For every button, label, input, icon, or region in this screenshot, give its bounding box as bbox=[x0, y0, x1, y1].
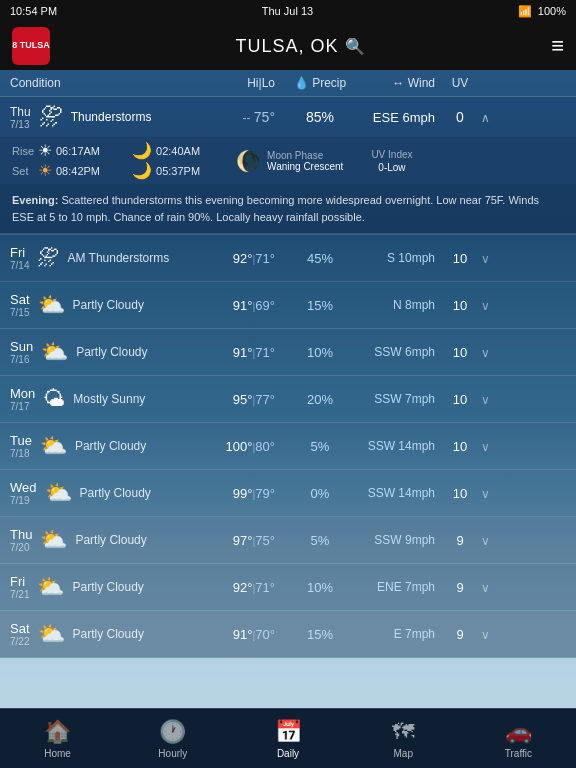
fc-wind: ENE 7mph bbox=[355, 580, 445, 594]
sunset-icon: ☀ bbox=[38, 161, 52, 180]
fc-uv: 10 bbox=[445, 251, 475, 266]
fc-weather-icon: ⛅ bbox=[41, 339, 68, 365]
col-hilo-header: Hi|Lo bbox=[190, 76, 285, 90]
fc-uv: 10 bbox=[445, 345, 475, 360]
fc-expand-button[interactable]: ∨ bbox=[475, 391, 495, 407]
fc-day-name: Wed bbox=[10, 480, 37, 495]
moon-phase-title: Moon Phase bbox=[267, 150, 343, 161]
today-row[interactable]: Thu 7/13 ⛈ Thunderstorms -- 75° 85% ESE … bbox=[0, 97, 576, 235]
tab-daily[interactable]: 📅 Daily bbox=[230, 719, 345, 759]
fc-day-date: 7/14 bbox=[10, 260, 29, 271]
fc-expand-button[interactable]: ∨ bbox=[475, 250, 495, 266]
fc-precip: 15% bbox=[285, 627, 355, 642]
fc-hilo: 99°|79° bbox=[190, 486, 285, 501]
fc-expand-button[interactable]: ∨ bbox=[475, 344, 495, 360]
fc-day-name: Thu bbox=[10, 527, 32, 542]
forecast-row[interactable]: Fri 7/21 ⛅ Partly Cloudy 92°|71° 10% ENE… bbox=[0, 564, 576, 611]
forecast-row[interactable]: Wed 7/19 ⛅ Partly Cloudy 99°|79° 0% SSW … bbox=[0, 470, 576, 517]
fc-wind: N 8mph bbox=[355, 298, 445, 312]
header-title: TULSA, OK 🔍 bbox=[236, 36, 366, 57]
fc-expand-button[interactable]: ∨ bbox=[475, 532, 495, 548]
moon-phase-icon: 🌘 bbox=[236, 149, 261, 173]
tab-map[interactable]: 🗺 Map bbox=[346, 719, 461, 759]
fc-day-info: Thu 7/20 ⛅ Partly Cloudy bbox=[10, 527, 190, 553]
fc-lo: 79° bbox=[255, 486, 275, 501]
header: 8 TULSA TULSA, OK 🔍 ≡ bbox=[0, 22, 576, 70]
moonset-time: 05:37PM bbox=[156, 165, 200, 177]
home-icon: 🏠 bbox=[44, 719, 71, 745]
fc-condition-text: Partly Cloudy bbox=[73, 627, 144, 641]
today-expand-button[interactable]: ∧ bbox=[475, 108, 495, 126]
fc-wind: SSW 6mph bbox=[355, 345, 445, 359]
today-wind: ESE 6mph bbox=[355, 110, 445, 125]
forecast-row[interactable]: Mon 7/17 🌤 Mostly Sunny 95°|77° 20% SSW … bbox=[0, 376, 576, 423]
fc-condition-text: Mostly Sunny bbox=[73, 392, 145, 406]
sun-moon-row: Rise ☀ 06:17AM Set ☀ 08:42PM 🌙 02:40AM 🌙 bbox=[0, 137, 576, 184]
today-condition-text: Thunderstorms bbox=[71, 110, 152, 124]
menu-button[interactable]: ≡ bbox=[551, 33, 564, 59]
col-wind-header: ↔ Wind bbox=[355, 76, 445, 90]
status-day: Thu Jul 13 bbox=[262, 5, 313, 17]
forecast-row[interactable]: Thu 7/20 ⛅ Partly Cloudy 97°|75° 5% SSW … bbox=[0, 517, 576, 564]
map-icon: 🗺 bbox=[392, 719, 414, 745]
fc-day-date: 7/21 bbox=[10, 589, 29, 600]
fc-expand-button[interactable]: ∨ bbox=[475, 297, 495, 313]
fc-expand-button[interactable]: ∨ bbox=[475, 626, 495, 642]
tab-hourly[interactable]: 🕐 Hourly bbox=[115, 719, 230, 759]
forecast-row[interactable]: Tue 7/18 ⛅ Partly Cloudy 100°|80° 5% SSW… bbox=[0, 423, 576, 470]
search-icon[interactable]: 🔍 bbox=[345, 37, 366, 56]
sunrise-time: 06:17AM bbox=[56, 145, 100, 157]
col-uv-header: UV bbox=[445, 76, 475, 90]
fc-day-name: Fri bbox=[10, 574, 29, 589]
fc-uv: 10 bbox=[445, 298, 475, 313]
forecast-row[interactable]: Sat 7/15 ⛅ Partly Cloudy 91°|69° 15% N 8… bbox=[0, 282, 576, 329]
fc-weather-icon: 🌤 bbox=[43, 386, 65, 412]
forecast-row[interactable]: Sat 7/22 ⛅ Partly Cloudy 91°|70° 15% E 7… bbox=[0, 611, 576, 658]
tab-traffic[interactable]: 🚗 Traffic bbox=[461, 719, 576, 759]
today-main: Thu 7/13 ⛈ Thunderstorms -- 75° 85% ESE … bbox=[0, 97, 576, 137]
fc-weather-icon: ⛈ bbox=[37, 245, 59, 271]
fc-day-label: Sun 7/16 bbox=[10, 339, 33, 365]
fc-condition-text: Partly Cloudy bbox=[80, 486, 151, 500]
column-headers: Condition Hi|Lo 💧 Precip ↔ Wind UV bbox=[0, 70, 576, 97]
fc-hi: 97° bbox=[233, 533, 253, 548]
col-condition-header: Condition bbox=[10, 76, 190, 90]
fc-condition-text: AM Thunderstorms bbox=[67, 251, 169, 265]
fc-day-info: Sun 7/16 ⛅ Partly Cloudy bbox=[10, 339, 190, 365]
fc-hilo: 91°|71° bbox=[190, 345, 285, 360]
fc-expand-button[interactable]: ∨ bbox=[475, 579, 495, 595]
fc-hi: 91° bbox=[233, 627, 253, 642]
fc-day-info: Fri 7/21 ⛅ Partly Cloudy bbox=[10, 574, 190, 600]
fc-hilo: 91°|69° bbox=[190, 298, 285, 313]
status-right: 📶 100% bbox=[518, 5, 566, 18]
fc-uv: 10 bbox=[445, 486, 475, 501]
fc-lo: 71° bbox=[255, 580, 275, 595]
fc-day-label: Tue 7/18 bbox=[10, 433, 32, 459]
fc-day-label: Fri 7/14 bbox=[10, 245, 29, 271]
tab-home[interactable]: 🏠 Home bbox=[0, 719, 115, 759]
fc-weather-icon: ⛅ bbox=[40, 433, 67, 459]
fc-day-name: Sun bbox=[10, 339, 33, 354]
fc-day-date: 7/20 bbox=[10, 542, 32, 553]
fc-expand-button[interactable]: ∨ bbox=[475, 438, 495, 454]
tab-bar: 🏠 Home 🕐 Hourly 📅 Daily 🗺 Map 🚗 Traffic bbox=[0, 708, 576, 768]
fc-hi: 95° bbox=[233, 392, 253, 407]
forecast-row[interactable]: Fri 7/14 ⛈ AM Thunderstorms 92°|71° 45% … bbox=[0, 235, 576, 282]
forecast-row[interactable]: Sun 7/16 ⛅ Partly Cloudy 91°|71° 10% SSW… bbox=[0, 329, 576, 376]
fc-hi: 100° bbox=[226, 439, 253, 454]
fc-hi: 92° bbox=[233, 580, 253, 595]
fc-precip: 45% bbox=[285, 251, 355, 266]
fc-wind: E 7mph bbox=[355, 627, 445, 641]
main-content: Condition Hi|Lo 💧 Precip ↔ Wind UV Thu 7… bbox=[0, 70, 576, 708]
evening-label: Evening: bbox=[12, 194, 58, 206]
fc-day-date: 7/19 bbox=[10, 495, 37, 506]
sunset-time: 08:42PM bbox=[56, 165, 100, 177]
sunrise-icon: ☀ bbox=[38, 141, 52, 160]
fc-expand-button[interactable]: ∨ bbox=[475, 485, 495, 501]
fc-uv: 10 bbox=[445, 392, 475, 407]
fc-weather-icon: ⛅ bbox=[38, 621, 65, 647]
fc-uv: 9 bbox=[445, 533, 475, 548]
uv-index-label: 0-Low bbox=[378, 162, 405, 173]
traffic-icon: 🚗 bbox=[505, 719, 532, 745]
fc-uv: 9 bbox=[445, 580, 475, 595]
